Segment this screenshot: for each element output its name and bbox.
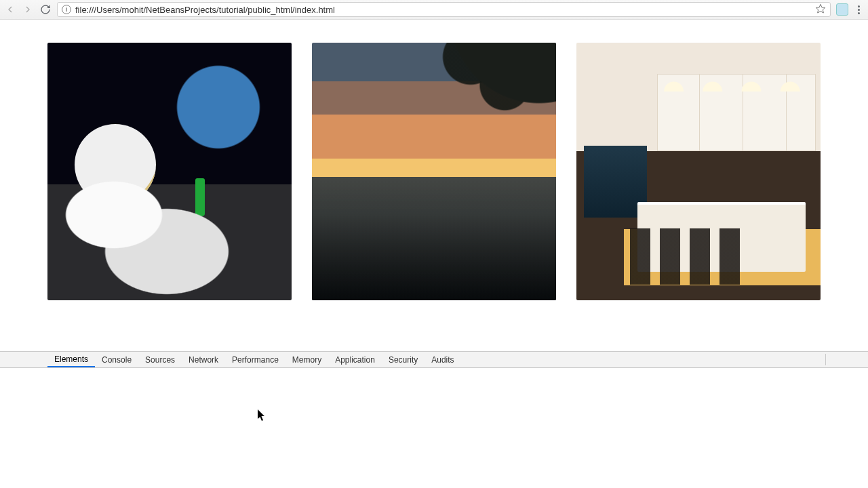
browser-menu-button[interactable] [854,3,864,17]
devtools-tab-performance[interactable]: Performance [225,352,285,367]
devtools-tab-elements[interactable]: Elements [47,352,95,367]
devtools-tab-security[interactable]: Security [382,352,425,367]
devtools-divider [825,354,826,365]
content-image [312,43,556,300]
tab-label: Security [389,355,418,365]
tab-label: Memory [292,355,321,365]
devtools-tab-sources[interactable]: Sources [138,352,182,367]
browser-toolbar: i file:///Users/mohit/NetBeansProjects/t… [0,0,868,20]
image-row [47,43,821,300]
svg-marker-0 [816,4,825,13]
devtools-tab-console[interactable]: Console [95,352,138,367]
tab-label: Audits [431,355,454,365]
kitchen-stools-graphic [630,228,747,285]
bottle-graphic [195,178,205,216]
tab-label: Elements [54,354,88,364]
devtools-tab-application[interactable]: Application [328,352,382,367]
tab-label: Console [102,355,132,365]
content-image [47,43,292,300]
site-info-icon[interactable]: i [62,5,71,14]
devtools-tab-network[interactable]: Network [182,352,225,367]
tab-label: Network [189,355,218,365]
url-text: file:///Users/mohit/NetBeansProjects/tut… [75,5,811,15]
devtools-tab-audits[interactable]: Audits [425,352,460,367]
bookmark-star-icon[interactable] [815,3,826,16]
tab-label: Application [335,355,375,365]
kitchen-lights-graphic [662,76,811,92]
forward-button[interactable] [22,3,34,16]
content-image [576,43,821,300]
extension-icon[interactable] [836,3,848,16]
back-button[interactable] [4,3,16,16]
reload-button[interactable] [39,3,52,16]
address-bar[interactable]: i file:///Users/mohit/NetBeansProjects/t… [57,2,831,17]
devtools-tabbar: Elements Console Sources Network Perform… [0,351,868,368]
tab-label: Performance [232,355,279,365]
mouse-cursor-icon [258,409,266,422]
page-viewport [0,20,868,352]
devtools-tab-memory[interactable]: Memory [285,352,328,367]
tab-label: Sources [145,355,175,365]
